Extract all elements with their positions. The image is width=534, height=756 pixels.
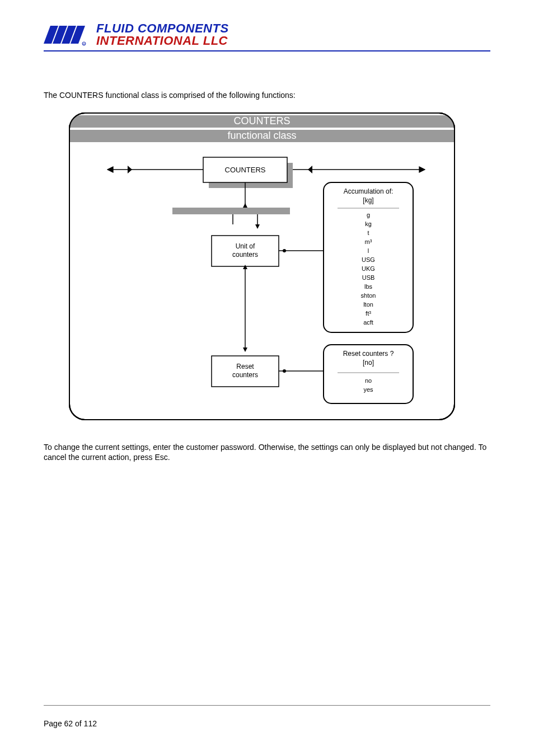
accum-opt-0: g xyxy=(367,212,370,218)
accum-opt-6: UKG xyxy=(362,265,375,272)
counters-diagram-svg: COUNTERS functional class COUNTERS xyxy=(66,110,458,423)
diagram-title-1: COUNTERS xyxy=(233,115,290,126)
node-reset-1: Reset xyxy=(236,363,254,370)
svg-text:R: R xyxy=(83,43,85,46)
accum-opt-8: lbs xyxy=(364,283,373,290)
footer-rule xyxy=(44,705,490,706)
svg-point-33 xyxy=(283,369,286,373)
accum-opt-12: acft xyxy=(363,319,373,326)
reset-opt-0: no xyxy=(365,377,372,384)
accum-title: Accumulation of: xyxy=(344,187,394,195)
accum-opt-10: lton xyxy=(363,301,373,308)
node-reset-2: counters xyxy=(232,371,258,379)
node-unit-1: Unit of xyxy=(236,242,255,250)
accum-opt-1: kg xyxy=(365,220,372,227)
accum-opt-2: t xyxy=(367,229,369,236)
page-footer: Page 62 of 112 xyxy=(44,705,490,728)
logo-text: FLUID COMPONENTS INTERNATIONAL LLC xyxy=(96,22,229,47)
logo-line-1: FLUID COMPONENTS xyxy=(96,22,229,35)
diagram-title-2: functional class xyxy=(227,130,296,141)
logo-line-2: INTERNATIONAL LLC xyxy=(96,35,229,47)
accum-current: [kg] xyxy=(363,196,373,204)
accum-opt-9: shton xyxy=(361,292,376,299)
page-header: R FLUID COMPONENTS INTERNATIONAL LLC xyxy=(44,22,490,51)
reset-opt-1: yes xyxy=(363,386,373,393)
fci-logo-mark: R xyxy=(44,22,92,47)
reset-title: Reset counters ? xyxy=(343,350,394,358)
diagram: COUNTERS functional class COUNTERS xyxy=(66,110,490,425)
header-rule xyxy=(44,50,490,51)
accum-opt-11: ft³ xyxy=(366,310,371,317)
accum-opt-3: m³ xyxy=(365,238,372,245)
outro-text: To change the current settings, enter th… xyxy=(44,442,490,462)
intro-text: The COUNTERS functional class is compris… xyxy=(44,91,490,100)
accum-opt-4: l xyxy=(368,247,369,254)
accum-opt-5: USG xyxy=(362,256,375,263)
node-unit-2: counters xyxy=(232,251,258,259)
page: R FLUID COMPONENTS INTERNATIONAL LLC The… xyxy=(0,0,534,756)
svg-rect-17 xyxy=(172,208,290,214)
page-number: Page 62 of 112 xyxy=(44,719,490,728)
accum-opt-7: USB xyxy=(362,274,375,281)
node-counters: COUNTERS xyxy=(225,166,266,174)
reset-current: [no] xyxy=(363,359,374,367)
svg-point-25 xyxy=(283,249,286,252)
logo: R FLUID COMPONENTS INTERNATIONAL LLC xyxy=(44,22,490,47)
